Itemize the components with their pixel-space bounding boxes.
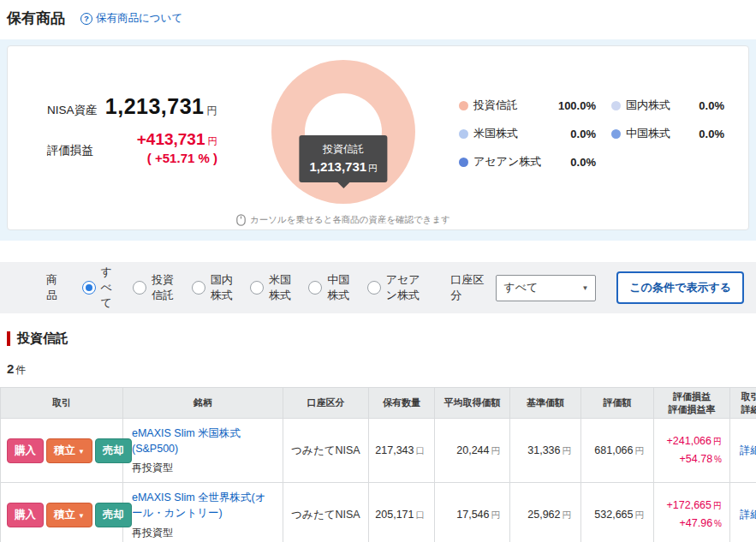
gain-cell: +241,066円 +54.78%: [654, 419, 730, 483]
buy-button[interactable]: 購入: [7, 438, 44, 463]
filter-bar: 商品 すべて 投資信託 国内株式 米国株式 中国株式 アセアン株式 口座区分 す…: [0, 262, 756, 313]
legend-value: 0.0%: [699, 99, 724, 112]
col-quantity: 保有数量: [369, 388, 435, 419]
asset-unit: 円: [207, 104, 218, 116]
legend-item-us: 米国株式 0.0%: [459, 126, 611, 141]
account-cell: つみたてNISA: [283, 483, 369, 542]
legend-dot: [611, 129, 621, 139]
reserve-button[interactable]: 積立▼: [46, 503, 92, 527]
legend-label: 中国株式: [626, 126, 670, 141]
legend-item-domestic: 国内株式 0.0%: [611, 98, 740, 113]
fund-type: 再投資型: [132, 526, 274, 540]
trade-buttons: 購入積立▼売却: [1, 419, 123, 483]
quantity-cell: 205,171口: [369, 483, 435, 542]
legend-label: 投資信託: [473, 98, 518, 113]
radio-asean[interactable]: アセアン株式: [367, 272, 429, 303]
col-name: 銘柄: [123, 388, 283, 419]
detail-link[interactable]: 詳細: [740, 444, 756, 456]
sell-button[interactable]: 売却: [95, 503, 132, 527]
summary-labels: NISA資産 評価損益: [47, 103, 103, 158]
radio-us[interactable]: 米国株式: [250, 272, 295, 303]
nav-cell: 25,962円: [510, 483, 581, 542]
section-header: 投資信託: [7, 331, 756, 347]
legend-label: 国内株式: [626, 98, 670, 113]
detail-cell: 詳細: [730, 483, 756, 542]
chart-tooltip: 投資信託 1,213,731円: [299, 135, 387, 182]
trade-buttons: 購入積立▼売却: [1, 483, 123, 542]
radio-icon: [82, 281, 96, 295]
sell-button[interactable]: 売却: [95, 438, 132, 463]
buy-button[interactable]: 購入: [7, 503, 44, 527]
legend-label: 米国株式: [473, 126, 518, 141]
holdings-table: 取引 銘柄 口座区分 保有数量 平均取得価額 基準価額 評価額 評価損益評価損益…: [0, 387, 756, 542]
legend-value: 100.0%: [558, 99, 596, 112]
radio-china[interactable]: 中国株式: [308, 272, 353, 303]
legend-value: 0.0%: [570, 156, 596, 169]
col-trade: 取引: [1, 388, 123, 419]
page-header: 保有商品 ? 保有商品について: [0, 0, 756, 29]
asset-label: NISA資産: [47, 103, 103, 118]
avg-price-cell: 17,546円: [435, 483, 510, 542]
chart-hint: カーソルを乗せると各商品の資産を確認できます: [253, 214, 433, 226]
legend-dot: [459, 158, 468, 167]
question-icon: ?: [80, 13, 92, 25]
account-type-select[interactable]: すべて ▼: [496, 275, 596, 301]
pl-label: 評価損益: [47, 143, 103, 158]
col-gain: 評価損益評価損益率: [654, 388, 730, 419]
tooltip-value: 1,213,731円: [309, 159, 377, 175]
radio-domestic[interactable]: 国内株式: [192, 272, 236, 303]
col-account: 口座区分: [283, 388, 369, 419]
table-header-row: 取引 銘柄 口座区分 保有数量 平均取得価額 基準価額 評価額 評価損益評価損益…: [1, 388, 756, 419]
holdings-table-wrap: 取引 銘柄 口座区分 保有数量 平均取得価額 基準価額 評価額 評価損益評価損益…: [0, 387, 756, 542]
quantity-cell: 217,343口: [369, 419, 435, 483]
chart-hint-text: カーソルを乗せると各商品の資産を確認できます: [250, 214, 450, 226]
nav-cell: 31,336円: [510, 419, 581, 483]
donut-chart[interactable]: 投資信託 1,213,731円: [271, 60, 415, 204]
account-type-value: すべて: [503, 280, 538, 295]
fund-cell: eMAXIS Slim 全世界株式(オール・カントリー) 再投資型: [123, 483, 283, 542]
col-detail: 取引詳細: [730, 388, 756, 419]
reserve-button[interactable]: 積立▼: [46, 438, 92, 463]
col-nav: 基準価額: [510, 388, 581, 419]
asset-value: 1,213,731円: [103, 94, 217, 119]
product-filter-label: 商品: [46, 272, 63, 303]
fund-link[interactable]: eMAXIS Slim 米国株式(S&P500): [132, 426, 274, 456]
avg-price-cell: 20,244円: [435, 419, 510, 483]
section-accent-bar: [7, 331, 10, 346]
gain-cell: +172,665円 +47.96%: [654, 483, 730, 542]
summary-values: 1,213,731円 +413,731円 ( +51.71 % ): [103, 94, 217, 165]
legend-value: 0.0%: [570, 128, 596, 140]
account-type-label: 口座区分: [450, 272, 484, 303]
product-radio-group: すべて 投資信託 国内株式 米国株式 中国株式 アセアン株式: [82, 265, 429, 311]
allocation-chart: 投資信託 1,213,731円 カーソルを乗せると各商品の資産を確認できます: [253, 60, 433, 226]
about-holdings-link[interactable]: ? 保有商品について: [80, 11, 182, 26]
detail-cell: 詳細: [730, 419, 756, 483]
tooltip-label: 投資信託: [309, 142, 377, 157]
radio-icon: [192, 281, 205, 295]
chevron-down-icon: ▼: [78, 512, 85, 520]
legend-item-china: 中国株式 0.0%: [611, 126, 740, 141]
legend-dot: [611, 101, 621, 110]
chevron-down-icon: ▼: [582, 284, 589, 292]
about-holdings-label: 保有商品について: [96, 11, 182, 26]
fund-cell: eMAXIS Slim 米国株式(S&P500) 再投資型: [123, 419, 283, 483]
legend-label: アセアン株式: [473, 154, 541, 170]
chevron-down-icon: ▼: [78, 448, 85, 456]
chart-legend: 投資信託 100.0% 国内株式 0.0% 米国株式 0.0% 中国株式 0.0…: [459, 98, 740, 170]
radio-toshin[interactable]: 投資信託: [133, 272, 177, 303]
radio-all[interactable]: すべて: [82, 265, 120, 311]
value-cell: 681,066円: [581, 419, 654, 483]
pl-percent: ( +51.71 % ): [103, 151, 217, 165]
apply-filter-button[interactable]: この条件で表示する: [616, 271, 744, 304]
section-title: 投資信託: [17, 331, 68, 347]
mouse-icon: [236, 214, 246, 226]
legend-dot: [459, 129, 468, 139]
legend-item-toshin: 投資信託 100.0%: [459, 98, 611, 113]
detail-link[interactable]: 詳細: [740, 509, 756, 521]
radio-icon: [250, 281, 264, 295]
legend-value: 0.0%: [699, 128, 724, 140]
result-count: 2件: [7, 361, 756, 378]
col-avg-price: 平均取得価額: [435, 388, 510, 419]
radio-icon: [308, 281, 322, 295]
fund-link[interactable]: eMAXIS Slim 全世界株式(オール・カントリー): [132, 490, 274, 521]
